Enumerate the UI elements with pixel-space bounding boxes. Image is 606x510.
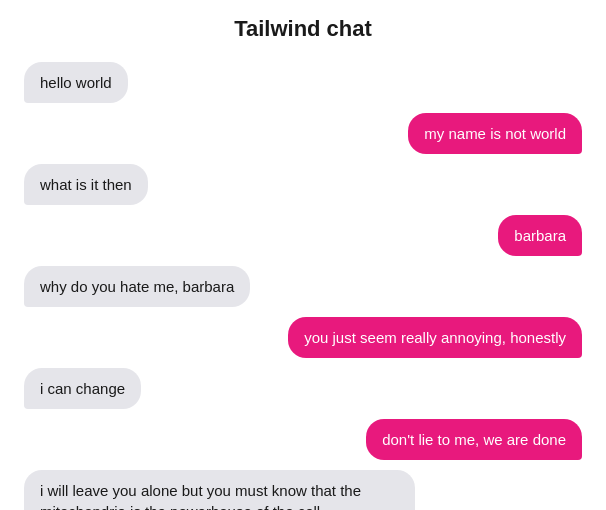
message-bubble: you just seem really annoying, honestly — [288, 317, 582, 358]
message-bubble: what is it then — [24, 164, 148, 205]
page-title: Tailwind chat — [0, 0, 606, 54]
message-row: why do you hate me, barbara — [24, 266, 582, 307]
message-bubble: barbara — [498, 215, 582, 256]
message-row: what is it then — [24, 164, 582, 205]
message-bubble: i will leave you alone but you must know… — [24, 470, 415, 510]
message-row: hello world — [24, 62, 582, 103]
message-row: my name is not world — [24, 113, 582, 154]
message-row: you just seem really annoying, honestly — [24, 317, 582, 358]
message-row: don't lie to me, we are done — [24, 419, 582, 460]
message-bubble: i can change — [24, 368, 141, 409]
chat-container: hello worldmy name is not worldwhat is i… — [0, 54, 606, 510]
message-bubble: my name is not world — [408, 113, 582, 154]
message-bubble: don't lie to me, we are done — [366, 419, 582, 460]
message-bubble: why do you hate me, barbara — [24, 266, 250, 307]
message-row: i can change — [24, 368, 582, 409]
message-bubble: hello world — [24, 62, 128, 103]
message-row: barbara — [24, 215, 582, 256]
message-row: i will leave you alone but you must know… — [24, 470, 582, 510]
